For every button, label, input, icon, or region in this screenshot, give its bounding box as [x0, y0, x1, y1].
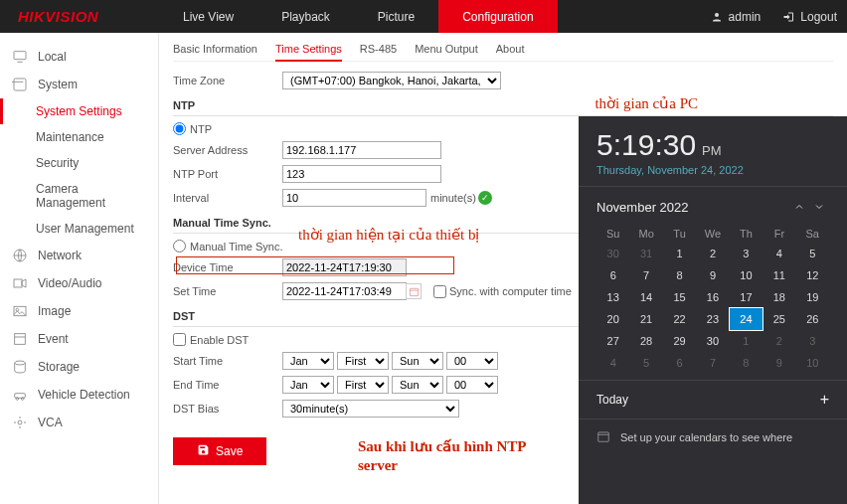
manual-radio[interactable] [173, 240, 186, 252]
ntp-port-input[interactable] [282, 165, 441, 183]
sidebar-item-maintenance[interactable]: Maintenance [0, 124, 158, 150]
end-day-select[interactable]: Sun [392, 376, 443, 394]
cal-day[interactable]: 10 [796, 352, 829, 374]
sidebar-item-event[interactable]: Event [0, 325, 158, 353]
cal-day[interactable]: 30 [696, 330, 729, 352]
topnav-live-view[interactable]: Live View [159, 0, 257, 33]
cal-day[interactable]: 3 [730, 243, 762, 264]
cal-day[interactable]: 22 [663, 308, 696, 330]
sidebar-item-image[interactable]: Image [0, 297, 158, 325]
cal-day[interactable]: 25 [762, 308, 795, 330]
cal-day[interactable]: 9 [762, 352, 795, 374]
sidebar-item-user-management[interactable]: User Management [0, 216, 158, 242]
dst-bias-select[interactable]: 30minute(s) [282, 400, 459, 418]
sidebar-item-camera-management[interactable]: Camera Management [0, 176, 158, 216]
cal-day[interactable]: 5 [629, 352, 662, 374]
cal-day[interactable]: 31 [629, 243, 662, 264]
cal-day[interactable]: 3 [796, 330, 829, 352]
topnav-configuration[interactable]: Configuration [438, 0, 557, 33]
start-hour-select[interactable]: 00 [446, 352, 498, 370]
cal-day[interactable]: 21 [629, 308, 662, 330]
logout-link[interactable]: Logout [800, 10, 837, 24]
sidebar-item-local[interactable]: Local [0, 43, 158, 71]
end-week-select[interactable]: First [337, 376, 389, 394]
save-button[interactable]: Save [173, 437, 266, 465]
start-month-select[interactable]: Jan [282, 352, 334, 370]
sidebar-item-network[interactable]: Network [0, 242, 158, 269]
start-day-select[interactable]: Sun [392, 352, 443, 370]
username[interactable]: admin [729, 10, 762, 24]
sidebar-item-security[interactable]: Security [0, 150, 158, 176]
cal-day[interactable]: 4 [762, 243, 795, 264]
end-hour-select[interactable]: 00 [446, 376, 498, 394]
cal-day[interactable]: 12 [796, 264, 829, 286]
tab-time-settings[interactable]: Time Settings [275, 41, 342, 62]
cal-day[interactable]: 17 [730, 286, 762, 308]
sync-pc-checkbox[interactable] [433, 285, 446, 298]
tab-rs-485[interactable]: RS-485 [360, 41, 397, 57]
cal-day[interactable]: 28 [629, 330, 662, 352]
chevron-up-icon[interactable] [789, 197, 809, 217]
sidebar-item-vca[interactable]: VCA [0, 409, 158, 436]
topnav-playback[interactable]: Playback [257, 0, 354, 33]
set-time-input[interactable] [282, 282, 407, 300]
sidebar-item-video-audio[interactable]: Video/Audio [0, 269, 158, 297]
tab-basic-information[interactable]: Basic Information [173, 41, 257, 57]
topnav-picture[interactable]: Picture [354, 0, 438, 33]
sidebar-item-vehicle-detection[interactable]: Vehicle Detection [0, 381, 158, 409]
ntp-radio[interactable] [173, 122, 186, 135]
cal-day[interactable]: 1 [663, 243, 696, 264]
cal-dow: We [696, 225, 729, 243]
cal-day[interactable]: 9 [696, 264, 729, 286]
cal-day[interactable]: 13 [596, 286, 629, 308]
sidebar-item-storage[interactable]: Storage [0, 353, 158, 381]
tab-about[interactable]: About [496, 41, 525, 57]
cal-day[interactable]: 7 [629, 264, 662, 286]
end-time-label: End Time [173, 379, 282, 391]
cal-day[interactable]: 8 [663, 264, 696, 286]
sidebar-item-system[interactable]: System [0, 71, 158, 98]
cal-day[interactable]: 14 [629, 286, 662, 308]
pc-date[interactable]: Thursday, November 24, 2022 [596, 164, 829, 176]
cal-day[interactable]: 24 [730, 308, 762, 330]
vehicle-icon [12, 387, 28, 403]
svg-point-0 [715, 13, 719, 17]
cal-day[interactable]: 6 [663, 352, 696, 374]
pc-clock-panel: 5:19:30 PM Thursday, November 24, 2022 N… [579, 116, 847, 504]
cal-day[interactable]: 19 [796, 286, 829, 308]
cal-day[interactable]: 10 [730, 264, 762, 286]
cal-day[interactable]: 26 [796, 308, 829, 330]
cal-day[interactable]: 5 [796, 243, 829, 264]
cal-day[interactable]: 1 [730, 330, 762, 352]
interval-input[interactable] [282, 189, 426, 207]
cal-day[interactable]: 2 [762, 330, 795, 352]
end-month-select[interactable]: Jan [282, 376, 334, 394]
chevron-down-icon[interactable] [809, 197, 829, 217]
sidebar-item-system-settings[interactable]: System Settings [0, 98, 158, 124]
cal-day[interactable]: 11 [762, 264, 795, 286]
cal-day[interactable]: 7 [696, 352, 729, 374]
start-week-select[interactable]: First [337, 352, 389, 370]
enable-dst-checkbox[interactable] [173, 333, 186, 346]
plus-icon[interactable]: + [820, 391, 829, 409]
enable-dst-label: Enable DST [190, 334, 249, 346]
cal-day[interactable]: 8 [730, 352, 762, 374]
cal-day[interactable]: 18 [762, 286, 795, 308]
cal-day[interactable]: 20 [596, 308, 629, 330]
cal-day[interactable]: 4 [596, 352, 629, 374]
calendar-title[interactable]: November 2022 [596, 200, 789, 215]
cal-day[interactable]: 15 [663, 286, 696, 308]
cal-day[interactable]: 16 [696, 286, 729, 308]
cal-day[interactable]: 27 [596, 330, 629, 352]
cal-day[interactable]: 29 [663, 330, 696, 352]
tab-menu-output[interactable]: Menu Output [415, 41, 478, 57]
cal-day[interactable]: 30 [596, 243, 629, 264]
cal-day[interactable]: 23 [696, 308, 729, 330]
cal-day[interactable]: 6 [596, 264, 629, 286]
server-address-input[interactable] [282, 141, 441, 159]
calendar-icon[interactable] [406, 283, 422, 299]
today-label[interactable]: Today [596, 393, 628, 407]
calendar-small-icon [596, 429, 610, 445]
cal-day[interactable]: 2 [696, 243, 729, 264]
time-zone-select[interactable]: (GMT+07:00) Bangkok, Hanoi, Jakarta, Nov… [282, 72, 501, 89]
